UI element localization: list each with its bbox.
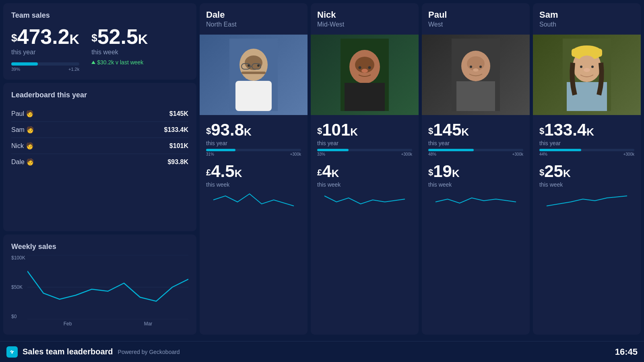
- this-week-label: this week: [91, 49, 148, 56]
- weekly-chart-line: [27, 271, 188, 301]
- sam-year-unit: K: [586, 126, 594, 138]
- svg-point-35: [591, 66, 594, 68]
- dale-year-unit: K: [244, 126, 252, 138]
- svg-point-26: [479, 66, 482, 68]
- leaderboard-value-2: $133.4K: [164, 126, 189, 134]
- nick-mini-chart: [317, 188, 412, 212]
- svg-rect-9: [242, 72, 266, 74]
- person-card-paul: Paul West $145K this year: [422, 3, 530, 335]
- dale-year-num: 93.8: [211, 120, 244, 139]
- sam-mini-chart: [539, 188, 634, 212]
- dale-name: Dale: [206, 10, 301, 20]
- nick-week-unit: K: [332, 167, 339, 179]
- nick-photo-svg: [341, 39, 389, 111]
- nick-year-label: this year: [317, 140, 412, 146]
- nick-week-stat: £4K this week: [317, 163, 412, 214]
- leaderboard-name-4: Dale 🧑: [11, 158, 34, 166]
- leaderboard-card: Leaderboard this year Paul 🧑 $145K Sam 🧑…: [3, 83, 196, 231]
- person-card-dale: Dale North East $93.8K: [200, 3, 308, 335]
- sam-week-currency: $: [539, 167, 544, 177]
- nick-progress-pct: 33%: [317, 152, 325, 156]
- dale-week-unit: K: [235, 167, 242, 179]
- svg-rect-16: [345, 83, 385, 111]
- leaderboard-value-1: $145K: [169, 110, 188, 117]
- sam-year-stat: $133.4K this year 44%+300k: [539, 121, 634, 156]
- sam-year-label: this year: [539, 140, 634, 146]
- leaderboard-value-3: $101K: [169, 142, 188, 150]
- dale-progress-pct: 31%: [206, 152, 214, 156]
- person-card-sam: Sam South: [533, 3, 641, 335]
- svg-rect-5: [235, 81, 272, 111]
- nick-year-num: 101: [322, 120, 350, 139]
- sam-year-amount: $133.4K: [539, 121, 634, 138]
- sam-header: Sam South: [533, 3, 641, 35]
- this-week-currency: $: [91, 32, 97, 44]
- x-label-mar: Mar: [144, 321, 153, 327]
- dale-year-label: this year: [206, 140, 301, 146]
- nick-year-currency: $: [317, 126, 322, 136]
- sam-year-progress: 44%+300k: [539, 149, 634, 156]
- svg-point-19: [368, 66, 371, 69]
- nick-stats: $101K this year 33%+300k £4K this week: [311, 115, 419, 335]
- paul-year-unit: K: [461, 126, 469, 138]
- sam-week-stat: $25K this week: [539, 163, 634, 214]
- dale-week-num: 4.5: [211, 162, 234, 181]
- sam-progress-max: +300k: [623, 152, 634, 156]
- svg-point-34: [580, 66, 582, 68]
- paul-week-num: 19: [433, 162, 452, 181]
- paul-week-stat: $19K this week: [428, 163, 523, 214]
- paul-region: West: [428, 21, 523, 28]
- sam-week-label: this week: [539, 181, 634, 188]
- footer-powered: Powered by Geckoboard: [118, 349, 180, 355]
- this-year-progress-bar: [11, 62, 38, 66]
- this-year-label: this year: [11, 49, 79, 56]
- paul-week-currency: $: [428, 167, 433, 177]
- paul-week-unit: K: [452, 167, 460, 179]
- sam-week-unit: K: [563, 167, 571, 179]
- this-week-amount: 52.5: [97, 25, 138, 48]
- sam-week-num: 25: [544, 162, 563, 181]
- paul-week-label: this week: [428, 181, 523, 188]
- this-week-trend: $30.2k v last week: [91, 59, 148, 66]
- paul-stats: $145K this year 48%+300k $19K this week: [422, 115, 530, 335]
- footer: Sales team leaderboard Powered by Geckob…: [0, 341, 644, 362]
- nick-week-num: 4: [322, 162, 331, 181]
- svg-rect-23: [456, 81, 495, 111]
- leaderboard-value-4: $93.8K: [167, 158, 188, 166]
- y-label-0: $0: [11, 314, 25, 319]
- sam-region: South: [539, 21, 634, 28]
- svg-point-18: [359, 66, 361, 69]
- weekly-chart-area: $100K $50K $0: [11, 255, 188, 319]
- chart-x-labels: Feb Mar: [11, 321, 188, 327]
- paul-year-currency: $: [428, 126, 433, 136]
- paul-photo-svg: [452, 39, 500, 111]
- paul-year-amount: $145K: [428, 121, 523, 138]
- y-label-50k: $50K: [11, 284, 25, 290]
- dale-stats: $93.8K this year 31%+300k £4.5K this wee…: [200, 115, 308, 335]
- sam-photo-svg: [563, 39, 611, 111]
- nick-week-label: this week: [317, 181, 412, 188]
- leaderboard-list: Paul 🧑 $145K Sam 🧑 $133.4K Nick 🧑 $101K …: [11, 106, 188, 170]
- leaderboard-name-1: Paul 🧑: [11, 110, 34, 117]
- nick-year-stat: $101K this year 33%+300k: [317, 121, 412, 156]
- nick-region: Mid-West: [317, 21, 412, 28]
- this-year-currency: $: [11, 32, 17, 44]
- this-week-unit: K: [138, 31, 148, 47]
- sam-year-currency: $: [539, 126, 544, 136]
- sam-stats: $133.4K this year 44%+300k $25K this wee…: [533, 115, 641, 335]
- this-week-stat: $52.5K this week $30.2k v last week: [91, 26, 148, 66]
- dale-progress-max: +300k: [290, 152, 301, 156]
- dale-photo: [200, 35, 308, 115]
- geckoboard-logo-icon: [8, 348, 16, 356]
- dale-year-amount: $93.8K: [206, 121, 301, 138]
- chart-y-labels: $100K $50K $0: [11, 255, 25, 319]
- paul-year-progress: 48%+300k: [428, 149, 523, 156]
- sam-name: Sam: [539, 10, 634, 20]
- this-year-stat: $473.2K this year 39% +1.2k: [11, 26, 79, 72]
- footer-time: 16:45: [615, 347, 638, 357]
- leaderboard-name-2: Sam 🧑: [11, 126, 34, 134]
- paul-name: Paul: [428, 10, 523, 20]
- sam-year-num: 133.4: [544, 120, 586, 139]
- paul-progress-max: +300k: [512, 152, 523, 156]
- dale-week-amount: £4.5K: [206, 163, 301, 180]
